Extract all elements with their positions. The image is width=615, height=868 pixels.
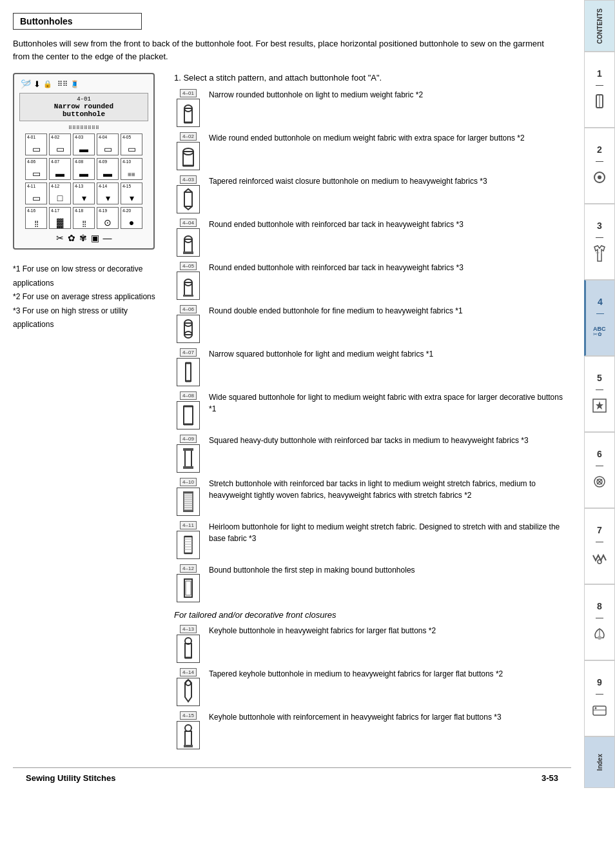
stitch-item-403: 4–03 Tapered reinforced waist closure bu…	[174, 175, 571, 213]
stitch-cell-417[interactable]: 4-17 ▓	[49, 207, 71, 229]
stitch-410-code: 4–10	[180, 478, 197, 486]
stitch-cell-409[interactable]: 4-09 ▬	[97, 158, 119, 180]
svg-text:✂✿: ✂✿	[593, 331, 602, 337]
stitch-cell-416[interactable]: 4-16 ⣿	[25, 207, 47, 229]
stitch-cell-415[interactable]: 4-15 ▾	[121, 182, 142, 204]
stitch-grid-row-3: 4-11 ▭ 4-12 □ 4-13 ▾ 4-14	[19, 182, 148, 204]
stitch-407-visual	[177, 358, 200, 386]
tab3-num: 3	[597, 221, 602, 230]
stitch-cell-407[interactable]: 4-07 ▬	[49, 158, 71, 180]
footnote-3: *3 For use on high stress or utility app…	[13, 304, 161, 332]
tab7-num: 7	[597, 526, 602, 535]
stitch-410-visual	[177, 488, 200, 516]
sidebar-tab-9[interactable]: 9 —	[584, 660, 615, 736]
svg-rect-14	[183, 295, 193, 297]
stitch-item-404: 4–04 Round ended buttonhole with reinfor…	[174, 219, 571, 257]
page-footer: Sewing Utility Stitches 3-53	[13, 767, 571, 788]
machine-icon-4: ⠿⠿	[57, 80, 68, 88]
stitch-415-code: 4–15	[180, 711, 197, 720]
stitch-402-box: 4–02	[174, 132, 202, 170]
stitch-403-code: 4–03	[180, 175, 197, 184]
stitch-item-413: 4–13 Keyhole buttonhole in heavyweight f…	[174, 625, 571, 663]
stitch-407-desc: Narrow squared buttonhole for light and …	[209, 348, 571, 360]
stitch-grid-row-2: 4-06 ▭ 4-07 ▬ 4-08 ▬ 4-09	[19, 158, 148, 180]
stitch-cell-418[interactable]: 4-18 ⣿	[73, 207, 95, 229]
sidebar-tab-3[interactable]: 3 —	[584, 204, 615, 280]
stitch-cell-419[interactable]: 4-19 ⊙	[97, 207, 119, 229]
stitch-cell-403[interactable]: 4-03 ▬	[73, 133, 95, 155]
svg-rect-38	[183, 510, 193, 512]
stitch-409-desc: Squared heavy-duty buttonhole with reinf…	[209, 435, 571, 446]
machine-code: 4-01	[24, 96, 144, 103]
machine-icon-2: ⬇	[34, 79, 41, 89]
stitch-415-box: 4–15	[174, 711, 202, 749]
stitch-cell-412[interactable]: 4-12 □	[49, 182, 71, 204]
machine-title-line2: buttonhole	[24, 110, 144, 118]
machine-display: 🪡 ⬇ 🔒 ⠿⠿ 🧵 4-01 Narrow rounded buttonhol…	[13, 73, 155, 250]
stitch-408-desc: Wide squared buttonhole for light to med…	[209, 391, 571, 415]
stitch-item-402: 4–02 Wide round ended buttonhole on medi…	[174, 132, 571, 170]
stitch-414-desc: Tapered keyhole buttonhole in medium to …	[209, 668, 571, 680]
bottom-icon-3: ✾	[79, 233, 87, 243]
sidebar-tab-7[interactable]: 7 —	[584, 508, 615, 584]
stitch-item-414: 4–14 Tapered keyhole buttonhole in mediu…	[174, 668, 571, 706]
stitch-cell-401[interactable]: 4-01 ▭	[25, 133, 47, 155]
machine-icon-5: 🧵	[70, 80, 79, 88]
stitch-402-desc: Wide round ended buttonhole on medium we…	[209, 132, 571, 144]
svg-rect-25	[183, 448, 193, 451]
stitch-item-407: 4–07 Narrow squared buttonhole for light…	[174, 348, 571, 386]
tab8-num: 8	[597, 602, 602, 611]
sidebar-tab-6[interactable]: 6 —	[584, 432, 615, 508]
stitch-cell-404[interactable]: 4-04 ▭	[97, 133, 119, 155]
stitch-409-code: 4–09	[180, 435, 197, 443]
sidebar-tab-2[interactable]: 2 —	[584, 128, 615, 204]
stitch-406-visual	[177, 315, 200, 343]
stitch-cell-414[interactable]: 4-14 ▾	[97, 182, 119, 204]
stitch-cell-420[interactable]: 4-20 ●	[121, 207, 142, 229]
sidebar-tab-5[interactable]: 5 —	[584, 356, 615, 432]
sidebar-tabs: CONTENTS 1 — 2 —	[584, 0, 615, 868]
decorative-label: For tailored and/or decorative front clo…	[174, 610, 571, 620]
stitch-cell-411[interactable]: 4-11 ▭	[25, 182, 47, 204]
tab1-num: 1	[597, 69, 602, 78]
main-content: Buttonholes Buttonholes will sew from th…	[0, 0, 584, 868]
stitch-cell-405[interactable]: 4-05 ▭	[121, 133, 142, 155]
page-title-text: Buttonholes	[20, 16, 73, 26]
stitch-cell-408[interactable]: 4-08 ▬	[73, 158, 95, 180]
abc-icon: ABC ✂✿	[591, 321, 609, 339]
stitch-cell-402[interactable]: 4-02 ▭	[49, 133, 71, 155]
sidebar-tab-8[interactable]: 8 —	[584, 584, 615, 660]
tab4-num: 4	[598, 297, 603, 306]
stitch-item-412: 4–12 Bound buttonhole the first step in …	[174, 564, 571, 602]
stitch-cell-413[interactable]: 4-13 ▾	[73, 182, 95, 204]
stitch-item-411: 4–11	[174, 521, 571, 559]
stitch-406-box: 4–06	[174, 305, 202, 343]
svg-point-60	[598, 175, 601, 179]
section-title: Buttonholes	[13, 13, 142, 30]
machine-icon-1: 🪡	[21, 79, 31, 89]
stitch-item-408: 4–08 Wide squared buttonhole for light t…	[174, 391, 571, 429]
two-col-layout: 🪡 ⬇ 🔒 ⠿⠿ 🧵 4-01 Narrow rounded buttonhol…	[13, 73, 571, 755]
sidebar-tab-4[interactable]: 4 — ABC ✂✿	[584, 280, 615, 356]
sidebar-tab-index[interactable]: Index	[584, 736, 615, 788]
machine-top-bar: 🪡 ⬇ 🔒 ⠿⠿ 🧵	[19, 79, 148, 89]
bottom-icon-2: ✿	[68, 233, 75, 243]
shirt-icon	[591, 244, 609, 262]
sidebar-tab-1[interactable]: 1 —	[584, 52, 615, 128]
stitch-item-415: 4–15 Keyhole buttonhole with reinforceme…	[174, 711, 571, 749]
stitch-411-visual	[177, 531, 200, 559]
stitch-403-desc: Tapered reinforced waist closure buttonh…	[209, 175, 571, 187]
stitch-406-code: 4–06	[180, 305, 197, 313]
tab2-num: 2	[597, 145, 602, 154]
svg-point-75	[595, 707, 597, 709]
left-column: 🪡 ⬇ 🔒 ⠿⠿ 🧵 4-01 Narrow rounded buttonhol…	[13, 73, 161, 755]
stitch-409-visual	[177, 444, 200, 473]
stitch-item-409: 4–09 Squared heavy-duty buttonhole with …	[174, 435, 571, 473]
stitch-412-desc: Bound buttonhole the first step in makin…	[209, 564, 571, 576]
stitch-cell-410[interactable]: 4-10 ≡≡	[121, 158, 142, 180]
stitch-410-box: 4–10	[174, 478, 202, 516]
sidebar-tab-contents[interactable]: CONTENTS	[584, 0, 615, 52]
stitch-403-box: 4–03	[174, 175, 202, 213]
stitch-cell-406[interactable]: 4-06 ▭	[25, 158, 47, 180]
stitch-407-code: 4–07	[180, 348, 197, 357]
